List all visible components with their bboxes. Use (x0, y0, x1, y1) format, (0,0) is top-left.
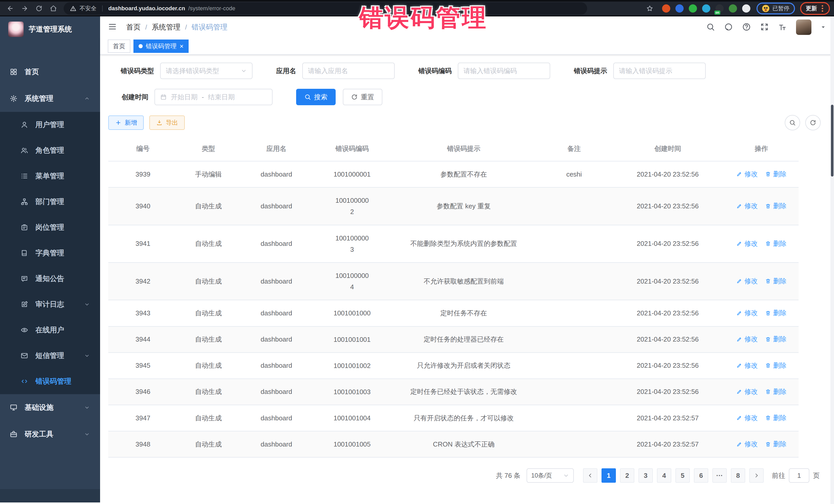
sidebar-item[interactable]: 部门管理 (0, 189, 100, 215)
delete-link[interactable]: 删除 (765, 239, 787, 248)
breadcrumb-item[interactable]: 系统管理 (152, 22, 180, 32)
page-button[interactable]: 8 (731, 468, 745, 483)
delete-link[interactable]: 删除 (765, 440, 787, 448)
sidebar-item[interactable]: 错误码管理 (0, 369, 100, 394)
user-avatar[interactable] (796, 20, 811, 35)
table-row[interactable]: 3945 自动生成 dashboard 1001001002 只允许修改为开启或… (108, 353, 798, 379)
sidebar-item[interactable]: 用户管理 (0, 112, 100, 137)
green-key-extension-icon[interactable] (729, 4, 737, 13)
date-range-picker[interactable]: 开始日期 - 结束日期 (154, 89, 272, 105)
sidebar-item[interactable]: 菜单管理 (0, 163, 100, 189)
table-row[interactable]: 3948 自动生成 dashboard 1001001005 CRON 表达式不… (108, 431, 798, 457)
fullscreen-icon[interactable] (760, 23, 769, 32)
table-row[interactable]: 3940 自动生成 dashboard 100100000 2 参数配置 key… (108, 187, 798, 225)
back-icon[interactable] (4, 2, 17, 15)
goto-page-input[interactable] (789, 468, 809, 483)
sidebar-item[interactable]: 系统管理 (0, 85, 100, 112)
view-tag[interactable]: 首页 × (108, 40, 130, 53)
sidebar-item[interactable]: 字典管理 (0, 240, 100, 266)
delete-link[interactable]: 删除 (765, 277, 787, 286)
orange-ring-extension-icon[interactable] (662, 4, 670, 13)
sidebar-item[interactable]: 研发工具 (0, 421, 100, 447)
caret-down-icon[interactable] (820, 24, 826, 30)
toggle-search-button[interactable] (785, 115, 800, 130)
table-row[interactable]: 3942 自动生成 dashboard 100100000 4 不允许获取敏感配… (108, 263, 798, 300)
help-icon[interactable] (742, 23, 751, 32)
table-row[interactable]: 3946 自动生成 dashboard 1001001003 定时任务已经处于该… (108, 379, 798, 405)
table-row[interactable]: 3944 自动生成 dashboard 1001001001 定时任务的处理器已… (108, 326, 798, 353)
edit-link[interactable]: 修改 (736, 361, 758, 370)
sidebar-item[interactable]: 首页 (0, 59, 100, 85)
sidebar-item[interactable]: 基础设施 (0, 394, 100, 421)
error-type-select[interactable]: 请选择错误码类型 (160, 63, 253, 79)
edit-link[interactable]: 修改 (736, 440, 758, 448)
page-button[interactable]: ··· (712, 468, 727, 483)
table-row[interactable]: 3939 手动编辑 dashboard 1001000001 参数配置不存在 c… (108, 161, 798, 187)
sidebar-item[interactable]: 短信管理 (0, 343, 100, 369)
reset-button[interactable]: 重置 (343, 89, 382, 105)
edit-link[interactable]: 修改 (736, 170, 758, 179)
search-icon[interactable] (706, 23, 716, 32)
font-size-icon[interactable] (778, 23, 787, 32)
edit-link[interactable]: 修改 (736, 239, 758, 248)
github-icon[interactable] (724, 23, 733, 32)
breadcrumb-item[interactable]: 错误码管理 (192, 22, 227, 32)
sidebar-item[interactable]: 在线用户 (0, 317, 100, 343)
reload-icon[interactable] (33, 2, 45, 15)
sidebar-item[interactable]: 通知公告 (0, 266, 100, 291)
paused-extension-badge[interactable]: 已暂停 (756, 3, 795, 14)
green-check-extension-icon[interactable] (689, 4, 697, 13)
edit-link[interactable]: 修改 (736, 387, 758, 396)
sidebar-item[interactable]: 审计日志 (0, 291, 100, 317)
hamburger-icon[interactable] (108, 22, 118, 32)
edit-link[interactable]: 修改 (736, 413, 758, 422)
add-button[interactable]: 新增 (108, 115, 144, 130)
refresh-table-button[interactable] (805, 115, 821, 130)
delete-link[interactable]: 删除 (765, 201, 787, 211)
forward-icon[interactable] (19, 2, 31, 15)
blue-gem-extension-icon[interactable] (675, 4, 684, 13)
sidebar-item[interactable]: 岗位管理 (0, 215, 100, 240)
address-bar[interactable]: 不安全 dashboard.yudao.iocoder.cn/system/er… (64, 2, 587, 15)
breadcrumb-item[interactable]: 首页 (126, 22, 140, 32)
edit-link[interactable]: 修改 (736, 277, 758, 286)
page-button[interactable]: 6 (694, 468, 708, 483)
sidebar-item[interactable]: 角色管理 (0, 137, 100, 163)
error-code-input[interactable]: 请输入错误码编码 (458, 63, 550, 79)
puzzle-extension-icon[interactable] (742, 4, 750, 13)
page-button[interactable]: 3 (638, 468, 653, 483)
dark-list-extension-icon[interactable]: on (716, 4, 724, 13)
error-hint-input[interactable]: 请输入错误码提示 (613, 63, 706, 79)
delete-link[interactable]: 删除 (765, 308, 787, 317)
export-button[interactable]: 导出 (149, 115, 185, 130)
table-row[interactable]: 3943 自动生成 dashboard 1001001000 定时任务不存在 2… (108, 300, 798, 326)
app-name-input[interactable]: 请输入应用名 (302, 63, 395, 79)
page-button[interactable]: 2 (620, 468, 634, 483)
edit-link[interactable]: 修改 (736, 335, 758, 344)
scrollbar-thumb[interactable] (831, 105, 833, 177)
view-tag[interactable]: 错误码管理 × (133, 40, 189, 53)
cyan-cubes-extension-icon[interactable] (702, 4, 710, 13)
delete-link[interactable]: 删除 (765, 413, 787, 422)
bookmark-star-icon[interactable] (643, 2, 656, 15)
delete-link[interactable]: 删除 (765, 361, 787, 370)
scrollbar-track[interactable] (830, 17, 834, 504)
page-button[interactable]: 5 (675, 468, 690, 483)
page-size-select[interactable]: 10条/页 (527, 468, 574, 483)
security-label[interactable]: 不安全 (80, 5, 96, 12)
next-page-button[interactable] (749, 468, 764, 483)
delete-link[interactable]: 删除 (765, 387, 787, 396)
update-button[interactable]: 更新 (806, 5, 817, 12)
page-button[interactable]: 4 (657, 468, 671, 483)
close-icon[interactable]: × (180, 43, 183, 49)
delete-link[interactable]: 删除 (765, 335, 787, 344)
delete-link[interactable]: 删除 (765, 170, 787, 179)
table-row[interactable]: 3941 自动生成 dashboard 100100000 3 不能删除类型为系… (108, 225, 798, 263)
app-logo[interactable]: 芋道管理系统 (0, 17, 100, 42)
page-button[interactable]: 1 (601, 468, 616, 483)
home-icon[interactable] (47, 2, 60, 15)
table-row[interactable]: 3947 自动生成 dashboard 1001001004 只有开启状态的任务… (108, 405, 798, 431)
kebab-menu-icon[interactable] (821, 4, 824, 13)
search-button[interactable]: 搜索 (296, 89, 336, 105)
edit-link[interactable]: 修改 (736, 308, 758, 317)
